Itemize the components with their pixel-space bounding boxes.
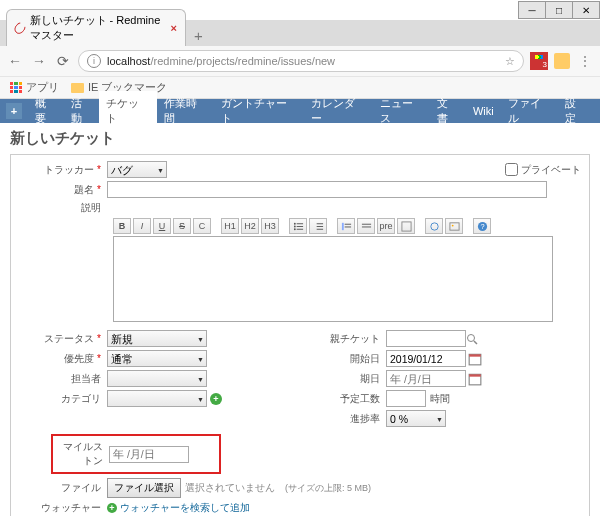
svg-rect-1 bbox=[296, 223, 302, 224]
extension-icon[interactable]: 3 bbox=[530, 52, 548, 70]
done-ratio-select[interactable]: 0 % bbox=[386, 410, 446, 427]
address-bar[interactable]: i localhost/redmine/projects/redmine/iss… bbox=[78, 50, 524, 72]
svg-rect-16 bbox=[449, 222, 458, 229]
svg-rect-25 bbox=[469, 374, 481, 376]
help-button[interactable]: ? bbox=[473, 218, 491, 234]
files-label: ファイル bbox=[19, 481, 107, 495]
ol-button[interactable] bbox=[309, 218, 327, 234]
pre-button[interactable]: pre bbox=[377, 218, 395, 234]
due-date-label: 期日 bbox=[306, 372, 386, 386]
left-column: ステータス *新規 優先度 *通常 担当者 カテゴリ + bbox=[19, 330, 294, 430]
add-watcher-link[interactable]: +ウォッチャーを検索して追加 bbox=[107, 501, 250, 515]
priority-select[interactable]: 通常 bbox=[107, 350, 207, 367]
site-info-icon[interactable]: i bbox=[87, 54, 101, 68]
tab-calendar[interactable]: カレンダー bbox=[304, 91, 372, 131]
code-button[interactable]: C bbox=[193, 218, 211, 234]
h1-button[interactable]: H1 bbox=[221, 218, 239, 234]
tab-news[interactable]: ニュース bbox=[373, 91, 430, 131]
subject-row: 題名 * bbox=[19, 181, 581, 198]
new-tab-button[interactable]: + bbox=[186, 25, 211, 46]
description-label: 説明 bbox=[19, 201, 107, 215]
bold-button[interactable]: B bbox=[113, 218, 131, 234]
new-item-button[interactable]: + bbox=[6, 103, 22, 119]
bookmark-star-icon[interactable]: ☆ bbox=[505, 55, 515, 68]
svg-point-0 bbox=[293, 222, 295, 224]
plus-icon: + bbox=[107, 503, 117, 513]
reload-button[interactable]: ⟳ bbox=[54, 52, 72, 70]
status-select[interactable]: 新規 bbox=[107, 330, 207, 347]
tab-documents[interactable]: 文書 bbox=[430, 91, 466, 131]
private-checkbox-input[interactable] bbox=[505, 163, 518, 176]
back-button[interactable]: ← bbox=[6, 52, 24, 70]
quote-button[interactable] bbox=[337, 218, 355, 234]
svg-text:?: ? bbox=[480, 222, 484, 231]
tab-time[interactable]: 作業時間 bbox=[157, 91, 214, 131]
tab-gantt[interactable]: ガントチャート bbox=[214, 91, 304, 131]
assignee-select[interactable] bbox=[107, 370, 207, 387]
tab-issues[interactable]: チケット bbox=[99, 91, 156, 131]
parent-input[interactable] bbox=[386, 330, 466, 347]
start-date-label: 開始日 bbox=[306, 352, 386, 366]
status-label: ステータス * bbox=[19, 332, 107, 346]
files-row: ファイル ファイル選択 選択されていません (サイズの上限: 5 MB) bbox=[19, 478, 581, 498]
tracker-select[interactable]: バグ bbox=[107, 161, 167, 178]
strike-button[interactable]: S bbox=[173, 218, 191, 234]
forward-button[interactable]: → bbox=[30, 52, 48, 70]
maximize-button[interactable]: □ bbox=[545, 1, 573, 19]
extension-badge: 3 bbox=[543, 60, 547, 69]
browser-tab[interactable]: 新しいチケット - Redmineマスター × bbox=[6, 9, 186, 46]
add-category-icon[interactable]: + bbox=[210, 393, 222, 405]
search-parent-icon[interactable] bbox=[466, 333, 478, 345]
svg-point-15 bbox=[430, 222, 437, 229]
tab-files[interactable]: ファイル bbox=[501, 91, 558, 131]
project-menu: + 概要 活動 チケット 作業時間 ガントチャート カレンダー ニュース 文書 … bbox=[0, 99, 600, 123]
ul-button[interactable] bbox=[289, 218, 307, 234]
subject-label: 題名 * bbox=[19, 183, 107, 197]
codeblock-button[interactable] bbox=[397, 218, 415, 234]
svg-rect-5 bbox=[296, 228, 302, 229]
minimize-button[interactable]: ─ bbox=[518, 1, 546, 19]
description-textarea[interactable] bbox=[113, 236, 553, 322]
tab-settings[interactable]: 設定 bbox=[558, 91, 594, 131]
svg-rect-8 bbox=[316, 228, 322, 229]
h2-button[interactable]: H2 bbox=[241, 218, 259, 234]
calendar-icon[interactable] bbox=[468, 352, 482, 366]
close-window-button[interactable]: ✕ bbox=[572, 1, 600, 19]
unquote-button[interactable] bbox=[357, 218, 375, 234]
browser-chrome: ─ □ ✕ 新しいチケット - Redmineマスター × + ← → ⟳ i … bbox=[0, 0, 600, 99]
italic-button[interactable]: I bbox=[133, 218, 151, 234]
file-limit-text: (サイズの上限: 5 MB) bbox=[285, 482, 371, 495]
estimated-unit: 時間 bbox=[430, 392, 450, 406]
category-label: カテゴリ bbox=[19, 392, 107, 406]
profile-icon[interactable] bbox=[554, 53, 570, 69]
subject-input[interactable] bbox=[107, 181, 547, 198]
svg-rect-13 bbox=[361, 226, 370, 227]
add-watcher-text: ウォッチャーを検索して追加 bbox=[120, 501, 250, 515]
h3-button[interactable]: H3 bbox=[261, 218, 279, 234]
description-row: 説明 bbox=[19, 201, 581, 215]
milestone-input[interactable] bbox=[109, 446, 189, 463]
image-button[interactable] bbox=[445, 218, 463, 234]
watchers-label: ウォッチャー bbox=[19, 501, 107, 515]
svg-point-2 bbox=[293, 225, 295, 227]
browser-menu-icon[interactable]: ⋮ bbox=[576, 52, 594, 70]
redmine-page: + 概要 活動 チケット 作業時間 ガントチャート カレンダー ニュース 文書 … bbox=[0, 99, 600, 516]
category-select[interactable] bbox=[107, 390, 207, 407]
link-button[interactable] bbox=[425, 218, 443, 234]
svg-rect-11 bbox=[344, 226, 350, 227]
tab-overview[interactable]: 概要 bbox=[28, 91, 64, 131]
private-checkbox[interactable]: プライベート bbox=[505, 163, 581, 177]
estimated-input[interactable] bbox=[386, 390, 426, 407]
calendar-icon[interactable] bbox=[468, 372, 482, 386]
start-date-input[interactable] bbox=[386, 350, 466, 367]
tab-activity[interactable]: 活動 bbox=[64, 91, 100, 131]
tab-wiki[interactable]: Wiki bbox=[466, 100, 501, 122]
parent-label: 親チケット bbox=[306, 332, 386, 346]
due-date-input[interactable] bbox=[386, 370, 466, 387]
underline-button[interactable]: U bbox=[153, 218, 171, 234]
tab-close-icon[interactable]: × bbox=[171, 22, 177, 34]
svg-rect-7 bbox=[316, 226, 322, 227]
right-column: 親チケット 開始日 期日 予定工数 時間 進捗率0 % bbox=[306, 330, 581, 430]
choose-file-button[interactable]: ファイル選択 bbox=[107, 478, 181, 498]
url-host: localhost bbox=[107, 55, 150, 67]
